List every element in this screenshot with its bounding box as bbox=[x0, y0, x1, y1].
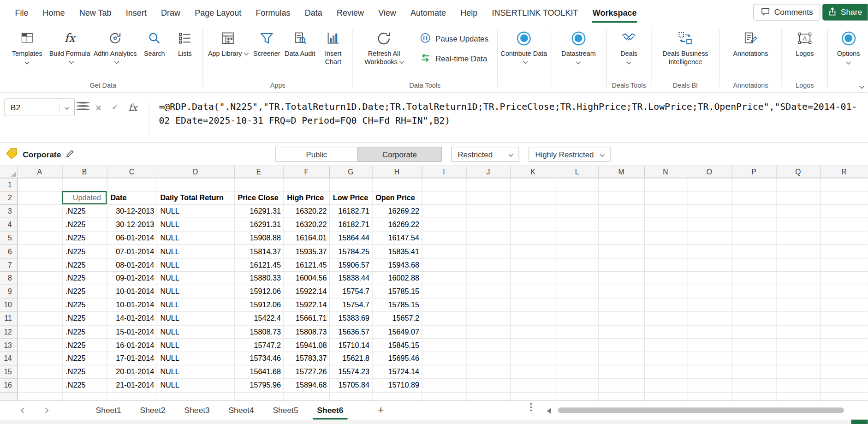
cell-P11[interactable] bbox=[731, 311, 776, 325]
cell-Q5[interactable] bbox=[776, 231, 820, 245]
cell-G11[interactable]: 15383.69 bbox=[329, 311, 372, 325]
cell-N9[interactable] bbox=[644, 285, 687, 298]
cell-C14[interactable]: 17-01-2014 bbox=[107, 352, 157, 365]
refresh-all-workbooks-button[interactable]: Refresh All Workbooks bbox=[356, 24, 412, 66]
cell-B11[interactable]: .N225 bbox=[62, 311, 107, 325]
sheet-tab-sheet1[interactable]: Sheet1 bbox=[86, 401, 131, 420]
cell-P16[interactable] bbox=[731, 379, 776, 392]
cell-M17[interactable] bbox=[598, 392, 644, 400]
cell-F12[interactable]: 15808.73 bbox=[283, 325, 329, 338]
cell-Q7[interactable] bbox=[776, 258, 820, 271]
cell-E1[interactable] bbox=[234, 178, 284, 191]
comments-button[interactable]: Comments bbox=[753, 4, 820, 20]
annotations-button[interactable]: Annotations bbox=[722, 24, 779, 58]
cell-E15[interactable]: 15641.68 bbox=[234, 365, 284, 379]
cell-P7[interactable] bbox=[731, 258, 776, 271]
cell-G5[interactable]: 15864.44 bbox=[329, 231, 372, 245]
menu-item-insert[interactable]: Insert bbox=[119, 0, 154, 24]
cell-H3[interactable]: 16269.22 bbox=[372, 204, 422, 218]
cell-F14[interactable]: 15783.37 bbox=[283, 352, 329, 365]
cell-B9[interactable]: .N225 bbox=[62, 285, 107, 298]
cell-K15[interactable] bbox=[510, 365, 555, 379]
pause-updates-button[interactable]: Pause Updates bbox=[418, 29, 491, 48]
cell-L12[interactable] bbox=[556, 325, 598, 338]
cell-A12[interactable] bbox=[17, 325, 62, 338]
share-button[interactable]: Share bbox=[822, 4, 868, 20]
row-header-12[interactable]: 12 bbox=[0, 325, 17, 338]
cell-L11[interactable] bbox=[556, 311, 598, 325]
col-header-O[interactable]: O bbox=[687, 166, 731, 178]
hscroll-left-arrow-icon[interactable] bbox=[547, 408, 551, 413]
menu-item-help[interactable]: Help bbox=[453, 0, 485, 24]
row-header-6[interactable]: 6 bbox=[0, 245, 17, 258]
cell-B6[interactable]: .N225 bbox=[62, 245, 107, 258]
insert-chart-button[interactable]: Insert Chart bbox=[316, 24, 350, 66]
col-header-D[interactable]: D bbox=[157, 166, 234, 178]
app-library-button[interactable]: App Library bbox=[206, 24, 250, 58]
sensitivity-highly-restricted-button[interactable]: Highly Restricted bbox=[529, 147, 611, 161]
cell-A16[interactable] bbox=[17, 379, 62, 392]
cell-Q16[interactable] bbox=[776, 379, 820, 392]
cell-K4[interactable] bbox=[510, 218, 555, 231]
row-header-2[interactable]: 2 bbox=[0, 191, 17, 204]
row-header-17[interactable] bbox=[0, 392, 17, 400]
cell-G8[interactable]: 15838.44 bbox=[329, 271, 372, 285]
cell-M16[interactable] bbox=[598, 379, 644, 392]
cell-F10[interactable]: 15922.14 bbox=[283, 298, 329, 311]
cell-L4[interactable] bbox=[556, 218, 598, 231]
cell-G6[interactable]: 15784.25 bbox=[329, 245, 372, 258]
cell-Q17[interactable] bbox=[776, 392, 820, 400]
cell-K16[interactable] bbox=[510, 379, 555, 392]
sheet-tab-sheet6[interactable]: Sheet6 bbox=[308, 401, 353, 420]
menu-item-home[interactable]: Home bbox=[36, 0, 72, 24]
sheet-tab-sheet2[interactable]: Sheet2 bbox=[131, 401, 175, 420]
cell-L9[interactable] bbox=[556, 285, 598, 298]
cell-H1[interactable] bbox=[372, 178, 422, 191]
cell-O6[interactable] bbox=[687, 245, 731, 258]
cell-J3[interactable] bbox=[466, 204, 510, 218]
cell-R15[interactable] bbox=[820, 365, 868, 379]
cell-N8[interactable] bbox=[644, 271, 687, 285]
cell-I16[interactable] bbox=[422, 379, 466, 392]
cell-N16[interactable] bbox=[644, 379, 687, 392]
cell-R9[interactable] bbox=[820, 285, 868, 298]
datastream-button[interactable]: Datastream bbox=[554, 24, 604, 64]
cell-J15[interactable] bbox=[466, 365, 510, 379]
col-header-F[interactable]: F bbox=[283, 166, 329, 178]
cell-A8[interactable] bbox=[17, 271, 62, 285]
cell-O8[interactable] bbox=[687, 271, 731, 285]
cell-G10[interactable]: 15754.7 bbox=[329, 298, 372, 311]
cell-E6[interactable]: 15814.37 bbox=[234, 245, 284, 258]
cell-E3[interactable]: 16291.31 bbox=[234, 204, 284, 218]
cell-H17[interactable] bbox=[372, 392, 422, 400]
cell-E16[interactable]: 15795.96 bbox=[234, 379, 284, 392]
cell-D10[interactable]: NULL bbox=[157, 298, 234, 311]
cell-D16[interactable]: NULL bbox=[157, 379, 234, 392]
cell-L5[interactable] bbox=[556, 231, 598, 245]
cell-N6[interactable] bbox=[644, 245, 687, 258]
build-formula-button[interactable]: fx Build Formula bbox=[48, 24, 91, 66]
horizontal-scrollbar-thumb[interactable] bbox=[558, 407, 844, 413]
cell-K6[interactable] bbox=[510, 245, 555, 258]
enter-icon[interactable]: ✓ bbox=[108, 102, 122, 112]
cell-G17[interactable] bbox=[329, 392, 372, 400]
cell-G12[interactable]: 15636.57 bbox=[329, 325, 372, 338]
cell-H13[interactable]: 15845.15 bbox=[372, 339, 422, 352]
cell-J16[interactable] bbox=[466, 379, 510, 392]
col-header-B[interactable]: B bbox=[62, 166, 107, 178]
add-sheet-button[interactable]: + bbox=[378, 404, 384, 416]
cell-A4[interactable] bbox=[17, 218, 62, 231]
cell-P2[interactable] bbox=[731, 191, 776, 204]
col-header-L[interactable]: L bbox=[556, 166, 598, 178]
cell-D1[interactable] bbox=[157, 178, 234, 191]
cell-H6[interactable]: 15835.41 bbox=[372, 245, 422, 258]
sensitivity-corporate-button[interactable]: Corporate bbox=[357, 147, 441, 161]
fx-icon[interactable]: fx bbox=[126, 102, 140, 113]
formula-input[interactable]: =@RDP.Data(".N225","TR.TotalReturn1D.Dat… bbox=[159, 100, 859, 127]
cell-N13[interactable] bbox=[644, 339, 687, 352]
cell-M11[interactable] bbox=[598, 311, 644, 325]
cell-C10[interactable]: 10-01-2014 bbox=[107, 298, 157, 311]
cell-F13[interactable]: 15941.08 bbox=[283, 339, 329, 352]
cell-L3[interactable] bbox=[556, 204, 598, 218]
tab-scroll-right-icon[interactable] bbox=[34, 408, 56, 412]
